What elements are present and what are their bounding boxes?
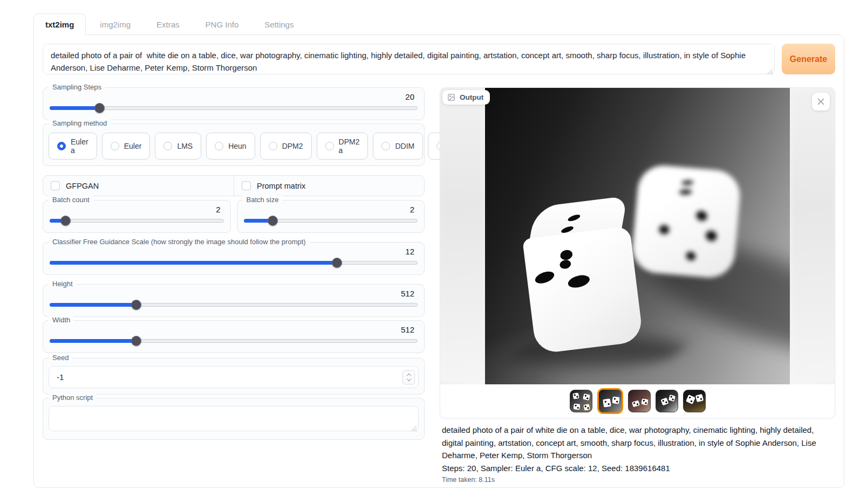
slider-handle[interactable] xyxy=(268,216,278,226)
slider-handle[interactable] xyxy=(60,216,71,226)
slider-handle[interactable] xyxy=(131,300,141,310)
batch-row: Batch count 2 Batch size 2 xyxy=(43,200,425,233)
radio-icon xyxy=(215,142,223,150)
batch-size-value: 2 xyxy=(243,205,419,214)
tab-settings[interactable]: Settings xyxy=(252,13,305,35)
width-value: 512 xyxy=(49,325,419,334)
seed-group: Seed xyxy=(43,358,425,395)
settings-column: Sampling Steps 20 Sampling method Euler … xyxy=(43,87,425,484)
image-side-fill xyxy=(440,88,486,384)
seed-input[interactable] xyxy=(49,366,419,388)
sampling-method-options: Euler a Euler LMS Heun DPM2 DPM2 a DDIM … xyxy=(49,133,419,160)
gallery-thumbnail[interactable] xyxy=(570,390,592,412)
image-icon xyxy=(447,93,455,101)
radio-icon xyxy=(269,142,277,150)
sampling-method-group: Sampling method Euler a Euler LMS Heun D… xyxy=(43,123,425,166)
width-group: Width 512 xyxy=(43,320,425,353)
checkbox-icon[interactable] xyxy=(51,181,60,190)
batch-size-group: Batch size 2 xyxy=(237,200,425,233)
chevron-down-icon[interactable] xyxy=(406,376,411,381)
slider-handle[interactable] xyxy=(131,336,141,346)
cfg-scale-group: Classifier Free Guidance Scale (how stro… xyxy=(43,242,425,275)
output-gallery: Output xyxy=(440,87,835,418)
radio-lms[interactable]: LMS xyxy=(155,133,201,160)
cfg-scale-label: Classifier Free Guidance Scale (how stro… xyxy=(49,238,310,246)
python-script-group: Python script xyxy=(43,398,425,440)
slider-handle[interactable] xyxy=(332,258,342,268)
txt2img-panel: detailed photo of a pair of white die on… xyxy=(33,34,844,488)
caption-time-taken: Time taken: 8.11s xyxy=(442,476,833,484)
batch-count-value: 2 xyxy=(49,205,225,214)
output-column: Output xyxy=(440,87,835,484)
gallery-thumbnails xyxy=(440,384,835,418)
radio-icon xyxy=(325,142,334,150)
output-panel-label: Output xyxy=(442,90,490,105)
batch-count-label: Batch count xyxy=(49,196,93,204)
gallery-thumbnail[interactable] xyxy=(597,388,623,414)
prompt-input[interactable]: detailed photo of a pair of white die on… xyxy=(43,44,775,74)
gallery-thumbnail[interactable] xyxy=(683,390,706,412)
height-slider[interactable] xyxy=(50,299,418,310)
sampling-method-label: Sampling method xyxy=(49,119,111,127)
height-group: Height 512 xyxy=(43,284,425,317)
batch-size-label: Batch size xyxy=(243,196,283,204)
radio-icon xyxy=(111,142,119,150)
radio-dpm2-a[interactable]: DPM2 a xyxy=(317,133,368,160)
gallery-thumbnail[interactable] xyxy=(656,390,678,412)
radio-icon xyxy=(381,142,390,150)
sampling-steps-value: 20 xyxy=(49,92,419,101)
cfg-scale-slider[interactable] xyxy=(50,257,418,268)
close-output-button[interactable] xyxy=(812,93,830,111)
number-spinner[interactable] xyxy=(402,370,415,384)
slider-handle[interactable] xyxy=(94,103,105,113)
gfpgan-checkbox[interactable]: GFPGAN xyxy=(43,176,234,196)
radio-icon xyxy=(163,142,172,150)
batch-size-slider[interactable] xyxy=(244,215,418,226)
python-script-input[interactable] xyxy=(49,406,419,431)
width-label: Width xyxy=(49,316,74,324)
prompt-matrix-label: Prompt matrix xyxy=(257,182,305,190)
height-value: 512 xyxy=(49,289,419,298)
image-side-fill xyxy=(789,88,835,384)
seed-label: Seed xyxy=(49,354,72,362)
generated-image-area xyxy=(440,88,835,384)
gallery-thumbnail[interactable] xyxy=(628,390,651,412)
radio-heun[interactable]: Heun xyxy=(206,133,255,160)
python-script-label: Python script xyxy=(49,393,97,402)
sampling-steps-label: Sampling Steps xyxy=(49,83,105,91)
generation-info: detailed photo of a pair of white die on… xyxy=(440,418,835,484)
sampling-steps-group: Sampling Steps 20 xyxy=(43,87,425,120)
die-left xyxy=(518,195,644,355)
radio-dpm2[interactable]: DPM2 xyxy=(260,133,312,160)
radio-euler[interactable]: Euler xyxy=(102,133,151,160)
prompt-row: detailed photo of a pair of white die on… xyxy=(43,44,835,77)
close-icon xyxy=(817,98,824,105)
tab-img2img[interactable]: img2img xyxy=(88,13,142,35)
batch-count-group: Batch count 2 xyxy=(43,200,231,233)
width-slider[interactable] xyxy=(50,335,418,347)
tab-png-info[interactable]: PNG Info xyxy=(194,13,251,35)
options-group: GFPGAN Prompt matrix xyxy=(43,175,425,196)
caption-params: Steps: 20, Sampler: Euler a, CFG scale: … xyxy=(442,462,833,475)
radio-ddim[interactable]: DDIM xyxy=(373,133,423,160)
caption-prompt: detailed photo of a pair of white die on… xyxy=(442,424,833,462)
prompt-matrix-checkbox[interactable]: Prompt matrix xyxy=(234,176,424,196)
height-label: Height xyxy=(49,280,77,288)
tab-extras[interactable]: Extras xyxy=(145,13,192,35)
app-page: txt2img img2img Extras PNG Info Settings… xyxy=(0,0,860,504)
die-right xyxy=(631,163,742,280)
tab-txt2img[interactable]: txt2img xyxy=(33,13,86,35)
sampling-steps-slider[interactable] xyxy=(50,102,418,114)
radio-euler-a[interactable]: Euler a xyxy=(49,133,97,160)
generated-image[interactable] xyxy=(485,88,790,384)
gfpgan-label: GFPGAN xyxy=(66,182,99,190)
radio-icon xyxy=(57,142,66,150)
batch-count-slider[interactable] xyxy=(50,215,224,226)
checkbox-icon[interactable] xyxy=(242,181,251,190)
generate-button[interactable]: Generate xyxy=(782,44,835,74)
tab-bar: txt2img img2img Extras PNG Info Settings xyxy=(33,13,308,35)
cfg-scale-value: 12 xyxy=(49,247,419,256)
